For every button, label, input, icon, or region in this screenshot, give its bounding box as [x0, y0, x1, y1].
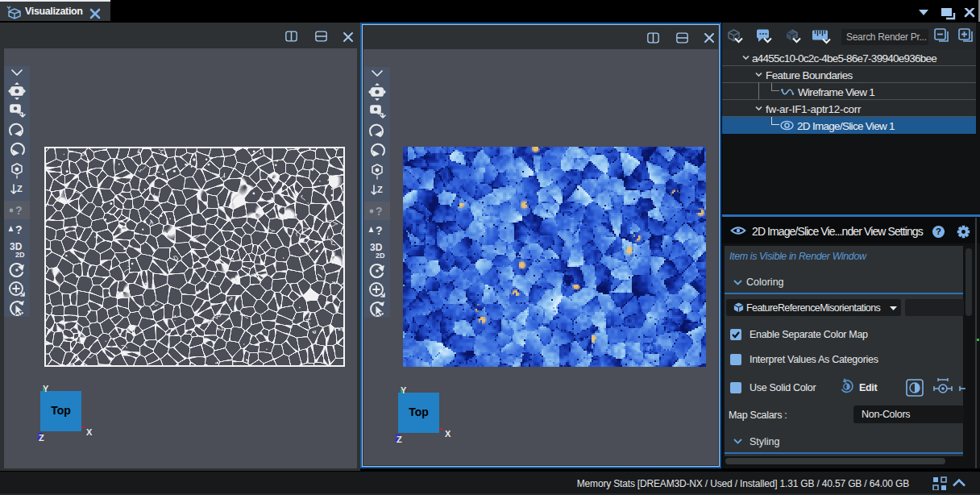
- svg-text:?: ?: [376, 205, 383, 218]
- svg-text:?: ?: [15, 204, 23, 217]
- svg-text:?: ?: [376, 224, 383, 237]
- svg-text:Z: Z: [377, 185, 383, 194]
- svg-text:?: ?: [936, 227, 941, 236]
- svg-text:Z: Z: [17, 184, 23, 193]
- svg-text:2D: 2D: [15, 251, 25, 259]
- svg-text:2D: 2D: [376, 252, 385, 260]
- svg-text:?: ?: [15, 223, 23, 236]
